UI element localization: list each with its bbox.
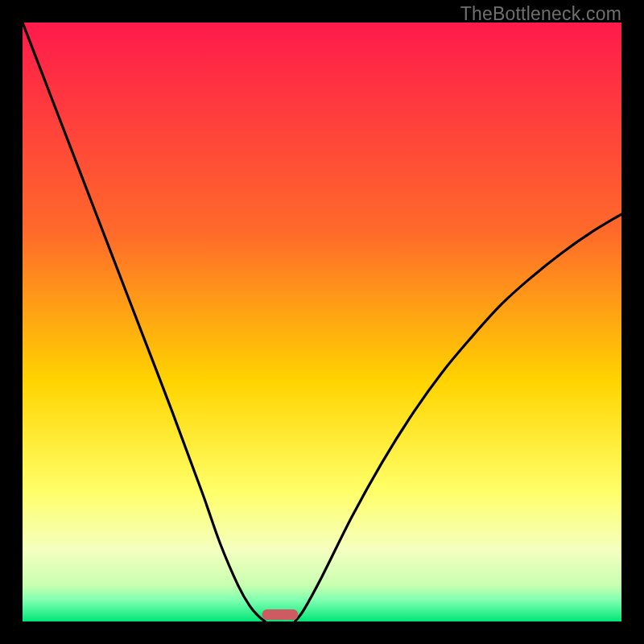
chart-svg [23, 23, 621, 621]
gradient-background [23, 23, 621, 621]
plot-area [23, 23, 621, 621]
bottleneck-marker [262, 609, 299, 620]
chart-frame: TheBottleneck.com [0, 0, 644, 644]
watermark-text: TheBottleneck.com [460, 3, 621, 25]
